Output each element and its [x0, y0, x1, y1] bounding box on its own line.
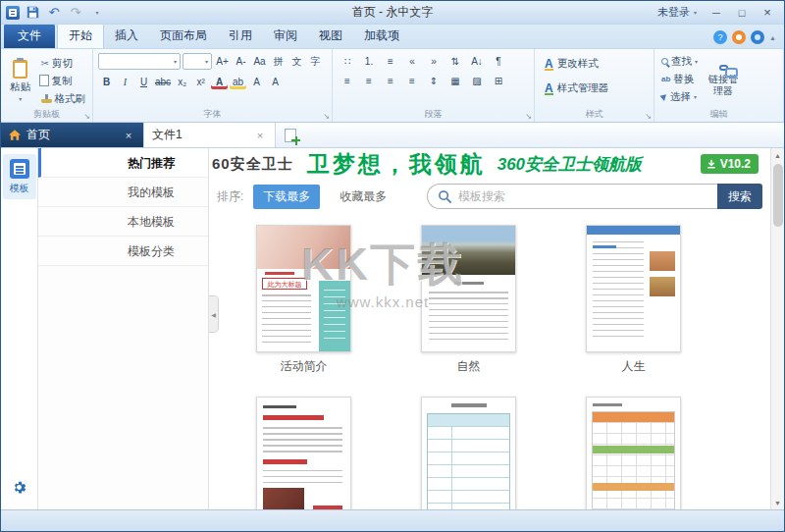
vertical-scrollbar[interactable]: ▲ ▼: [770, 148, 784, 509]
new-document-button[interactable]: [276, 123, 305, 147]
promo-banner[interactable]: 60安全卫士 卫梦想，我领航 360安全卫士领航版 V10.2: [209, 148, 770, 180]
select-button[interactable]: 选择▾: [659, 88, 700, 105]
style-manager-button[interactable]: A 样式管理器: [540, 78, 613, 99]
close-tab-icon[interactable]: ×: [253, 130, 267, 141]
template-thumbnail[interactable]: 此为大标题: [256, 225, 351, 352]
sort-most-favorited[interactable]: 收藏最多: [330, 185, 396, 209]
bold-button[interactable]: B: [98, 74, 115, 89]
template-thumbnail[interactable]: [586, 397, 681, 509]
link-manager-button[interactable]: 链接管理器: [704, 53, 743, 108]
show-marks-button[interactable]: ¶: [489, 53, 508, 69]
multilevel-list-button[interactable]: ≡: [381, 53, 400, 69]
template-thumbnail[interactable]: [586, 225, 681, 352]
underline-button[interactable]: U: [135, 74, 152, 89]
format-painter-button[interactable]: 格式刷: [39, 90, 88, 107]
scroll-down-icon[interactable]: ▼: [771, 496, 785, 509]
template-thumbnail[interactable]: [421, 225, 516, 352]
tab-insert[interactable]: 插入: [104, 24, 149, 48]
theme-icon[interactable]: [732, 30, 746, 44]
template-card[interactable]: [586, 397, 681, 509]
sort-most-downloaded[interactable]: 下载最多: [253, 185, 320, 209]
tab-addins[interactable]: 加载项: [353, 24, 410, 48]
category-my-templates[interactable]: 我的模板: [38, 178, 208, 207]
align-center-button[interactable]: ≡: [359, 73, 379, 88]
font-family-select[interactable]: ▾: [98, 53, 181, 70]
close-button[interactable]: ×: [756, 4, 779, 22]
maximize-button[interactable]: □: [730, 4, 754, 22]
version-download-button[interactable]: V10.2: [701, 154, 759, 174]
align-left-button[interactable]: ≡: [338, 73, 357, 88]
close-tab-icon[interactable]: ×: [122, 130, 135, 141]
minimize-button[interactable]: ─: [705, 4, 728, 22]
cut-button[interactable]: ✂剪切: [39, 55, 88, 72]
decrease-indent-button[interactable]: «: [402, 53, 422, 69]
dialog-launcher-icon[interactable]: ↘: [525, 113, 532, 121]
undo-button[interactable]: ↶: [45, 4, 63, 22]
search-input[interactable]: [458, 189, 709, 203]
login-button[interactable]: 未登录 ▾: [652, 5, 703, 20]
pattern-button[interactable]: ▨: [467, 73, 487, 88]
template-card[interactable]: 人生: [586, 225, 681, 373]
character-shading-button[interactable]: A: [248, 74, 265, 89]
grow-font-button[interactable]: A+: [214, 54, 231, 70]
justify-button[interactable]: ≡: [402, 73, 422, 88]
redo-button[interactable]: ↷: [67, 4, 84, 22]
settings-button[interactable]: [11, 479, 27, 500]
template-thumbnail[interactable]: [421, 397, 516, 509]
find-button[interactable]: 查找▾: [659, 53, 700, 70]
change-styles-button[interactable]: A 更改样式: [540, 53, 607, 75]
scrollbar-thumb[interactable]: [773, 164, 783, 227]
line-spacing-button[interactable]: ⇕: [424, 73, 444, 88]
doc-tab-home[interactable]: 首页 ×: [1, 123, 143, 147]
scroll-up-icon[interactable]: ▲: [771, 148, 785, 162]
tab-start[interactable]: 开始: [57, 23, 104, 48]
sort-button[interactable]: ⇅: [445, 53, 465, 69]
borders-button[interactable]: ⊞: [489, 73, 508, 88]
dialog-launcher-icon[interactable]: ↘: [323, 113, 330, 121]
template-thumbnail[interactable]: [256, 397, 351, 509]
tab-references[interactable]: 引用: [218, 24, 263, 48]
template-card[interactable]: [256, 397, 351, 509]
character-border-button[interactable]: 字: [307, 54, 324, 70]
template-card[interactable]: 自然: [421, 225, 516, 373]
font-color-button[interactable]: A: [211, 74, 228, 89]
shrink-font-button[interactable]: A-: [233, 54, 249, 70]
superscript-button[interactable]: x²: [192, 74, 209, 89]
copy-button[interactable]: 复制: [39, 73, 88, 89]
replace-button[interactable]: ab替换: [659, 71, 700, 87]
align-right-button[interactable]: ≡: [381, 73, 400, 88]
search-button[interactable]: 搜索: [717, 184, 762, 209]
clear-formatting-button[interactable]: A: [267, 74, 284, 89]
search-box[interactable]: [427, 184, 717, 209]
font-size-select[interactable]: ▾: [183, 53, 212, 70]
tab-page-layout[interactable]: 页面布局: [149, 24, 218, 48]
tab-review[interactable]: 审阅: [263, 24, 308, 48]
increase-indent-button[interactable]: »: [424, 53, 444, 69]
sort-text-button[interactable]: A↓: [467, 53, 487, 69]
highlight-button[interactable]: ab: [230, 74, 246, 89]
category-classification[interactable]: 模板分类: [38, 237, 208, 266]
collapse-panel-handle[interactable]: ◀: [209, 295, 219, 333]
category-local-templates[interactable]: 本地模板: [38, 207, 208, 237]
collapse-ribbon-button[interactable]: ▲: [769, 34, 776, 41]
doc-tab-document1[interactable]: 文件1 ×: [143, 123, 276, 147]
italic-button[interactable]: I: [117, 74, 133, 89]
template-card[interactable]: [421, 397, 516, 509]
numbering-button[interactable]: 1.: [359, 53, 379, 69]
template-card[interactable]: 此为大标题 活动简介: [256, 225, 351, 373]
change-case-button[interactable]: Aa: [251, 54, 268, 70]
dialog-launcher-icon[interactable]: ↘: [645, 113, 652, 121]
bullets-button[interactable]: ∷: [338, 53, 357, 69]
subscript-button[interactable]: x₂: [174, 74, 190, 89]
qat-customize-button[interactable]: ▾: [88, 4, 106, 22]
nav-templates[interactable]: 模板: [3, 154, 36, 199]
file-tab[interactable]: 文件: [4, 24, 55, 48]
help-icon[interactable]: ?: [713, 30, 727, 44]
category-hot[interactable]: 热门推荐: [38, 148, 208, 178]
dialog-launcher-icon[interactable]: ↘: [83, 113, 90, 121]
shading-button[interactable]: ▦: [445, 73, 465, 88]
enclose-characters-button[interactable]: 文: [288, 54, 305, 70]
strikethrough-button[interactable]: abc: [154, 74, 172, 89]
tab-view[interactable]: 视图: [308, 24, 353, 48]
paste-button[interactable]: 粘贴 ▾: [6, 53, 35, 108]
